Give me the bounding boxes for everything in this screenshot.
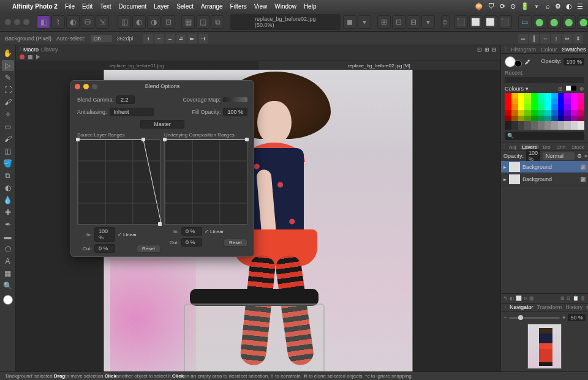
fx-icon[interactable]: fx — [524, 296, 527, 301]
menu-select[interactable]: Select — [176, 3, 194, 10]
menu-layer[interactable]: Layer — [154, 3, 169, 10]
split-button[interactable]: ◫ — [196, 15, 209, 29]
dialog-close-icon[interactable] — [75, 84, 80, 89]
zoom-slider[interactable] — [509, 317, 560, 319]
insert-button[interactable]: ▭ — [518, 15, 532, 29]
grid-button[interactable]: ▦ — [181, 15, 195, 29]
menu-help[interactable]: Help — [304, 3, 317, 10]
order-backward-button[interactable]: ⬜ — [469, 15, 483, 29]
flood-select-tool[interactable]: ✧ — [2, 109, 14, 120]
mirror-button[interactable]: ⧉ — [211, 15, 224, 29]
brush-tool[interactable]: 🖌 — [2, 133, 14, 144]
window-maximize-icon[interactable] — [23, 19, 29, 25]
layer-expand-icon[interactable]: ▸ — [503, 176, 507, 182]
menu-text[interactable]: Text — [100, 3, 111, 10]
app-name[interactable]: Affinity Photo 2 — [12, 3, 58, 10]
grid-toggle-icon[interactable]: ⊞ — [558, 86, 563, 92]
distribute-h-icon[interactable]: ═ — [518, 34, 528, 43]
align-right-icon[interactable]: ⫠ — [165, 34, 175, 43]
equal-v-icon[interactable]: ⇕ — [573, 34, 583, 43]
align-bottom-icon[interactable]: ⫣ — [198, 34, 208, 43]
window-minimize-icon[interactable] — [14, 19, 20, 25]
move-tool[interactable]: ▷ — [2, 60, 14, 71]
marquee-tool[interactable]: ▭ — [2, 121, 14, 132]
doc-tab-1[interactable]: replace_bg_before01.jpg — [16, 61, 258, 70]
xor-button[interactable]: ⬤ — [577, 15, 588, 29]
shield-icon[interactable]: ⛉ — [488, 2, 495, 10]
brs-tab[interactable]: Brs — [541, 144, 552, 150]
align-middle-icon[interactable]: ⫢ — [187, 34, 197, 43]
fx-icon[interactable]: ◐ — [510, 296, 514, 301]
recent-swatches[interactable] — [505, 77, 584, 83]
align-left-icon[interactable]: ⫞ — [143, 34, 153, 43]
swatches-tab[interactable]: Swatches — [562, 47, 586, 53]
underlying-ranges-graph[interactable] — [164, 139, 247, 225]
gradient-tool[interactable]: ▬ — [2, 231, 14, 242]
macro-opt2-icon[interactable]: ⊞ — [484, 47, 489, 53]
fg-color[interactable] — [505, 56, 516, 67]
fx-icon[interactable]: ▦ — [529, 296, 534, 301]
play-button[interactable] — [36, 54, 40, 59]
clock-icon[interactable]: ⊙ — [510, 2, 516, 10]
source-ranges-graph[interactable] — [77, 139, 160, 225]
navigator-tab[interactable]: Navigator — [510, 304, 533, 310]
blur-tool[interactable]: 💧 — [2, 195, 14, 206]
under-in-input[interactable]: 0 % — [181, 227, 202, 236]
macro-tab[interactable]: Macro — [23, 47, 39, 53]
dialog-maximize-icon[interactable] — [92, 84, 97, 89]
autoselect-dropdown[interactable]: On — [91, 35, 112, 42]
stock-tab[interactable]: Stock — [570, 144, 586, 150]
layer-gear-icon[interactable]: ⚙ — [577, 153, 582, 159]
zoom-out-button[interactable]: − — [503, 315, 507, 321]
layer-row-1[interactable]: ▸ Background ✓ — [501, 173, 588, 185]
colorpicker-tool[interactable]: ✎ — [2, 72, 14, 83]
menu-filters[interactable]: Filters — [230, 3, 247, 10]
macro-opt1-icon[interactable]: ⊡ — [477, 47, 482, 53]
history-tab[interactable]: History — [565, 304, 582, 310]
pen-tool[interactable]: ✒ — [2, 219, 14, 230]
bg-color[interactable] — [514, 60, 522, 67]
notifications-icon[interactable]: ☰ — [577, 2, 583, 10]
transform-tab[interactable]: Transform — [537, 304, 562, 310]
selection-brush-tool[interactable]: 🖌 — [2, 97, 14, 108]
menu-window[interactable]: Window — [274, 3, 296, 10]
battery-icon[interactable]: 🔋 — [521, 2, 529, 10]
fx-icon[interactable]: 📋 — [573, 296, 579, 301]
fx-icon[interactable]: ⊞ — [560, 296, 565, 301]
under-linear-checkbox[interactable]: ✓ — [205, 229, 209, 234]
coverage-map[interactable] — [223, 97, 247, 102]
tone-persona-button[interactable]: ⛁ — [81, 15, 94, 29]
antialias-select[interactable]: Inherit — [110, 108, 154, 116]
gamma-input[interactable]: 2.2 — [116, 95, 135, 104]
add-button[interactable]: ⬤ — [533, 15, 546, 29]
align-top-icon[interactable]: ⫡ — [176, 34, 186, 43]
zoom-tool[interactable]: 🔍 — [2, 280, 14, 291]
hand-tool[interactable]: ✋ — [2, 48, 14, 59]
histogram-tab[interactable]: Histogram — [511, 47, 536, 53]
photo-persona-button[interactable]: ◧ — [37, 15, 50, 29]
chn-tab[interactable]: Chn — [555, 144, 568, 150]
menu-view[interactable]: View — [254, 3, 268, 10]
source-linear-checkbox[interactable]: ✓ — [118, 232, 122, 237]
snap2-button[interactable]: ⊡ — [392, 15, 405, 29]
text-tool[interactable]: A — [2, 256, 14, 267]
black-swatch[interactable] — [571, 86, 576, 91]
snap4-button[interactable]: ▾ — [421, 15, 435, 29]
eyedropper-icon[interactable]: 💉 — [524, 59, 531, 65]
clone-tool[interactable]: ⧉ — [2, 170, 14, 181]
window-close-icon[interactable] — [5, 19, 11, 25]
menu-edit[interactable]: Edit — [82, 3, 92, 10]
fx-icon[interactable]: ✎ — [503, 296, 508, 301]
swatch-search[interactable]: 🔍 — [505, 132, 584, 140]
stop-button[interactable] — [28, 55, 32, 59]
develop-persona-button[interactable]: ◐ — [66, 15, 80, 29]
intersect-button[interactable]: ⬤ — [562, 15, 576, 29]
space-h-icon[interactable]: ↔ — [540, 34, 550, 43]
snap3-button[interactable]: ⊟ — [407, 15, 420, 29]
crop-button[interactable]: ◼ — [343, 15, 356, 29]
macro-opt3-icon[interactable]: ⊟ — [492, 47, 497, 53]
white-swatch[interactable] — [566, 86, 571, 91]
foreground-color[interactable] — [3, 295, 13, 305]
layer-menu2-icon[interactable]: ≡ — [584, 153, 587, 159]
navigator-thumbnail[interactable] — [527, 324, 562, 369]
